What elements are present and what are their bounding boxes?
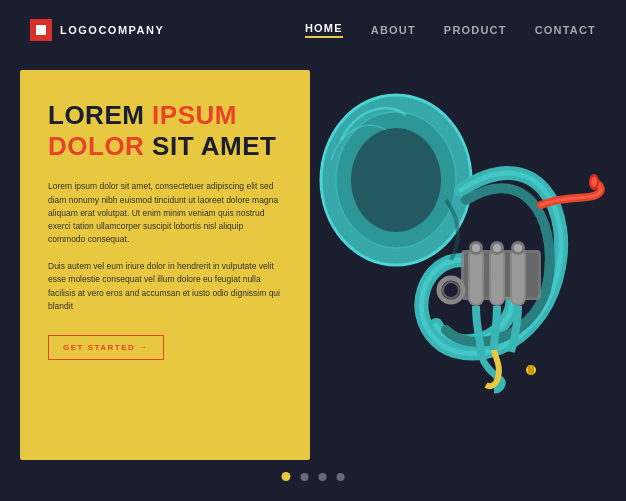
svg-rect-12 bbox=[491, 250, 503, 304]
logo-inner-box bbox=[36, 25, 46, 35]
cta-button[interactable]: GET STARTED → bbox=[48, 335, 164, 360]
logo-text: LOGOCOMPANY bbox=[60, 24, 164, 36]
hero-card: LOREM IPSUM DOLOR SIT AMET Lorem ipsum d… bbox=[20, 70, 310, 460]
headline-line2: DOLOR SIT AMET bbox=[48, 131, 282, 162]
hero-body-2: Duis autem vel eum iriure dolor in hendr… bbox=[48, 260, 282, 313]
horn-svg bbox=[286, 60, 606, 480]
logo-icon bbox=[30, 19, 52, 41]
hero-body-1: Lorem ipsum dolor sit amet, consectetuer… bbox=[48, 180, 282, 246]
dot-1[interactable] bbox=[282, 472, 291, 481]
svg-point-22 bbox=[443, 282, 459, 298]
svg-point-18 bbox=[514, 244, 522, 252]
svg-rect-16 bbox=[512, 250, 524, 304]
svg-point-20 bbox=[591, 177, 597, 187]
pagination-dots bbox=[282, 472, 345, 481]
headline-sit: SIT AMET bbox=[152, 131, 276, 161]
nav-product[interactable]: PRODUCT bbox=[444, 24, 507, 36]
nav-contact[interactable]: CONTACT bbox=[535, 24, 596, 36]
horn-illustration bbox=[286, 60, 606, 480]
header: LOGOCOMPANY HOME ABOUT PRODUCT CONTACT bbox=[0, 0, 626, 60]
nav-home[interactable]: HOME bbox=[305, 22, 343, 38]
svg-point-2 bbox=[351, 128, 441, 232]
nav: HOME ABOUT PRODUCT CONTACT bbox=[305, 22, 596, 38]
headline-lorem: LOREM bbox=[48, 100, 152, 130]
main-content: LOREM IPSUM DOLOR SIT AMET Lorem ipsum d… bbox=[0, 60, 626, 501]
dot-3[interactable] bbox=[319, 473, 327, 481]
headline-dolor: DOLOR bbox=[48, 131, 152, 161]
svg-rect-8 bbox=[470, 250, 482, 304]
headline-ipsum: IPSUM bbox=[152, 100, 237, 130]
logo-area: LOGOCOMPANY bbox=[30, 19, 164, 41]
svg-point-14 bbox=[493, 244, 501, 252]
svg-rect-24 bbox=[528, 365, 534, 375]
dot-4[interactable] bbox=[337, 473, 345, 481]
nav-about[interactable]: ABOUT bbox=[371, 24, 416, 36]
headline-line1: LOREM IPSUM bbox=[48, 100, 282, 131]
svg-point-10 bbox=[472, 244, 480, 252]
headline: LOREM IPSUM DOLOR SIT AMET bbox=[48, 100, 282, 162]
dot-2[interactable] bbox=[301, 473, 309, 481]
